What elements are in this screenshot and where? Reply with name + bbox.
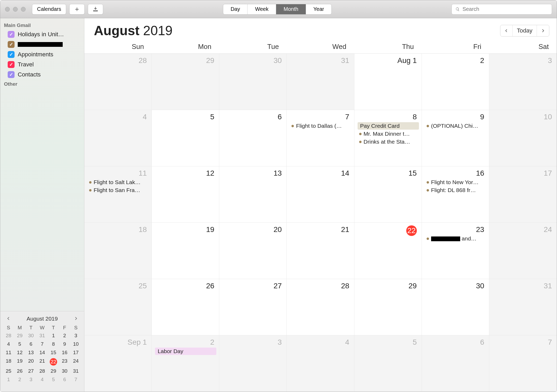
calendar-checkbox[interactable] (8, 41, 15, 48)
day-cell[interactable]: 24 (489, 223, 557, 279)
calendar-checkbox[interactable] (8, 61, 15, 68)
calendar-list-item[interactable] (0, 39, 84, 49)
day-cell[interactable]: 20 (219, 223, 287, 279)
mini-day[interactable]: 16 (59, 349, 70, 356)
search-field[interactable] (451, 4, 552, 15)
day-cell[interactable]: 23 and… (422, 223, 489, 279)
event-item[interactable]: Flight to Salt Lak… (88, 179, 149, 186)
day-cell[interactable]: 30 (219, 54, 287, 110)
day-cell[interactable]: 5 (354, 335, 422, 392)
mini-day[interactable]: 27 (25, 368, 36, 375)
next-month-button[interactable] (537, 25, 549, 36)
day-cell[interactable]: 13 (219, 166, 287, 223)
mini-day[interactable]: 14 (36, 349, 48, 356)
calendar-checkbox[interactable] (8, 31, 15, 38)
event-item[interactable]: Mr. Max Dinner t… (358, 130, 419, 138)
mini-day[interactable]: 4 (36, 376, 48, 383)
day-cell[interactable]: 26 (152, 279, 219, 335)
day-cell[interactable]: 9(OPTIONAL) Chi… (422, 110, 489, 166)
day-cell[interactable]: 8Pay Credit CardMr. Max Dinner t…Drinks … (354, 110, 422, 166)
day-cell[interactable]: 29 (354, 279, 422, 335)
day-cell[interactable]: 14 (287, 166, 354, 223)
mini-day[interactable]: 9 (59, 341, 70, 348)
event-item[interactable]: Flight to San Fra… (88, 186, 149, 194)
inbox-button[interactable] (88, 4, 103, 15)
day-cell[interactable]: 31 (489, 279, 557, 335)
calendar-list-item[interactable]: Contacts (0, 70, 84, 80)
mini-day[interactable]: 4 (3, 341, 14, 348)
calendar-checkbox[interactable] (8, 71, 15, 78)
event-item[interactable]: Drinks at the Sta… (358, 138, 419, 145)
mini-day[interactable]: 20 (25, 358, 36, 366)
mini-day[interactable]: 25 (3, 368, 14, 375)
mini-day[interactable]: 11 (3, 349, 14, 356)
mini-day[interactable]: 28 (3, 332, 14, 339)
mini-day[interactable]: 29 (14, 332, 25, 339)
day-cell[interactable]: 25 (84, 279, 152, 335)
today-button[interactable]: Today (513, 25, 537, 36)
view-tab-week[interactable]: Week (248, 4, 276, 14)
mini-day[interactable]: 12 (14, 349, 25, 356)
mini-day[interactable]: 6 (59, 376, 70, 383)
mini-day[interactable]: 15 (48, 349, 59, 356)
event-item[interactable]: and… (425, 235, 486, 242)
view-tab-year[interactable]: Year (306, 4, 331, 14)
day-cell[interactable]: 4 (287, 335, 354, 392)
add-event-button[interactable] (69, 4, 85, 15)
calendar-list-item[interactable]: Travel (0, 60, 84, 70)
mini-day[interactable]: 30 (25, 332, 36, 339)
mini-day[interactable]: 7 (70, 376, 81, 383)
day-cell[interactable]: 6 (219, 110, 287, 166)
mini-day[interactable]: 31 (70, 368, 81, 375)
event-item[interactable]: Labor Day (155, 348, 216, 355)
mini-day[interactable]: 7 (36, 341, 48, 348)
mini-day[interactable]: 19 (14, 358, 25, 366)
mini-day[interactable]: 24 (70, 358, 81, 366)
mini-day[interactable]: 23 (59, 358, 70, 366)
mini-day[interactable]: 1 (3, 376, 14, 383)
day-cell[interactable]: Sep 1 (84, 335, 152, 392)
day-cell[interactable]: 19 (152, 223, 219, 279)
mini-day[interactable]: 3 (25, 376, 36, 383)
mini-day[interactable]: 13 (25, 349, 36, 356)
day-cell[interactable]: 7Flight to Dallas (… (287, 110, 354, 166)
mini-day[interactable]: 18 (3, 358, 14, 366)
day-cell[interactable]: 27 (219, 279, 287, 335)
mini-day[interactable]: 2 (59, 332, 70, 339)
day-cell[interactable]: 30 (422, 279, 489, 335)
event-item[interactable]: Flight to New Yor… (425, 179, 486, 186)
mini-next-button[interactable] (72, 315, 79, 322)
minimize-window-icon[interactable] (13, 7, 18, 12)
day-cell[interactable]: 10 (489, 110, 557, 166)
view-tab-day[interactable]: Day (223, 4, 248, 14)
day-cell[interactable]: 4 (84, 110, 152, 166)
day-cell[interactable]: 16Flight to New Yor…Flight: DL 868 fr… (422, 166, 489, 223)
event-item[interactable]: Flight to Dallas (… (290, 122, 351, 130)
day-cell[interactable]: 15 (354, 166, 422, 223)
event-item[interactable]: (OPTIONAL) Chi… (425, 122, 486, 130)
mini-day[interactable]: 2 (14, 376, 25, 383)
mini-day[interactable]: 31 (36, 332, 48, 339)
prev-month-button[interactable] (500, 25, 513, 36)
mini-day[interactable]: 17 (70, 349, 81, 356)
day-cell[interactable]: 5 (152, 110, 219, 166)
day-cell[interactable]: 28 (287, 279, 354, 335)
day-cell[interactable]: 12 (152, 166, 219, 223)
day-cell[interactable]: 3 (219, 335, 287, 392)
mini-day[interactable]: 6 (25, 341, 36, 348)
zoom-window-icon[interactable] (21, 7, 26, 12)
mini-day[interactable]: 3 (70, 332, 81, 339)
day-cell[interactable]: 3 (489, 54, 557, 110)
day-cell[interactable]: 22 (354, 223, 422, 279)
event-item[interactable]: Pay Credit Card (358, 122, 419, 130)
day-cell[interactable]: 28 (84, 54, 152, 110)
mini-day[interactable]: 29 (48, 368, 59, 375)
mini-day[interactable]: 26 (14, 368, 25, 375)
calendars-button[interactable]: Calendars (32, 4, 66, 15)
mini-day[interactable]: 30 (59, 368, 70, 375)
calendar-list-item[interactable]: Appointments (0, 49, 84, 60)
mini-day[interactable]: 1 (48, 332, 59, 339)
day-cell[interactable]: Aug 1 (354, 54, 422, 110)
day-cell[interactable]: 17 (489, 166, 557, 223)
mini-day[interactable]: 21 (36, 358, 48, 366)
